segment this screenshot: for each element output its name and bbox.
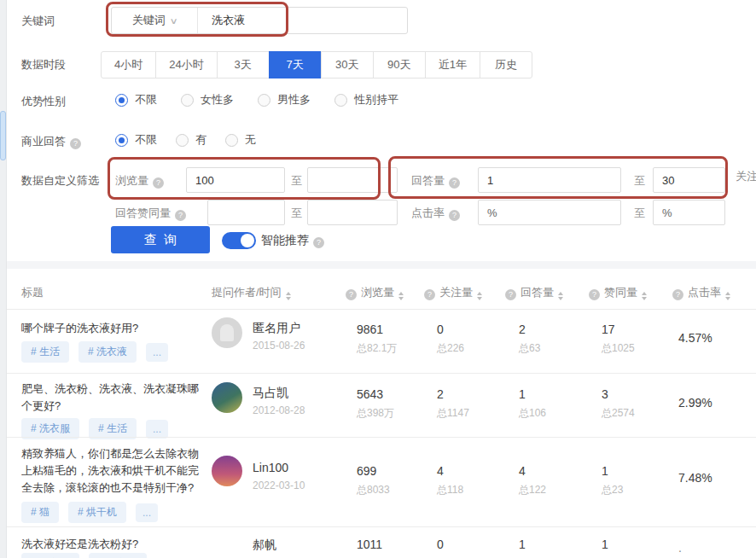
topic-tag[interactable]: # 猫 xyxy=(21,502,59,523)
answers-total: 总63 xyxy=(519,341,540,356)
info-icon[interactable]: ? xyxy=(672,289,683,300)
answers-to-label: 至 xyxy=(634,173,645,189)
views-total: 总8033 xyxy=(357,483,390,497)
smart-recommend-toggle[interactable] xyxy=(222,232,256,249)
ctr-from-input[interactable] xyxy=(478,200,621,225)
keyword-type-select[interactable]: 关键词 ∨ xyxy=(112,8,198,33)
info-icon[interactable]: ? xyxy=(589,289,600,300)
query-button[interactable]: 查询 xyxy=(111,226,210,253)
follows-filter-cut-label: 关注 xyxy=(736,169,756,184)
avatar[interactable] xyxy=(212,317,242,348)
col-views-header[interactable]: ?浏览量 xyxy=(346,285,404,300)
radio-dot-icon xyxy=(258,94,270,107)
answer-likes-to-input[interactable] xyxy=(307,200,398,225)
answers-value: 1 xyxy=(519,538,526,551)
answer-likes-to-label: 至 xyxy=(291,206,302,221)
sort-icon[interactable] xyxy=(398,292,404,300)
avatar[interactable] xyxy=(212,456,242,486)
ctr-value: 7.48% xyxy=(678,471,712,485)
col-author-header[interactable]: 提问作者/时间 xyxy=(212,285,291,300)
period-30d-button[interactable]: 30天 xyxy=(321,51,374,78)
question-date: 2012-08-28 xyxy=(253,404,305,416)
radio-label: 不限 xyxy=(135,92,157,108)
radio-label: 不限 xyxy=(135,132,157,148)
keyword-input[interactable] xyxy=(198,14,407,28)
gender-radio-unlimited[interactable]: 不限 xyxy=(115,92,157,108)
more-tags-icon[interactable]: ... xyxy=(146,420,168,439)
answers-filter-label: 回答量? xyxy=(411,173,460,189)
sort-icon[interactable] xyxy=(286,292,291,300)
radio-dot-icon xyxy=(334,94,347,107)
info-icon[interactable]: ? xyxy=(424,289,435,300)
info-icon[interactable]: ? xyxy=(313,237,324,248)
tag-list: # 猫 # 烘干机 ... xyxy=(21,502,167,523)
col-answers-header[interactable]: ?回答量 xyxy=(505,285,563,300)
topic-tag[interactable]: # 生活 xyxy=(21,341,69,363)
views-value: 699 xyxy=(357,464,376,478)
ctr-to-input[interactable] xyxy=(653,200,725,225)
col-answers-text: 回答量 xyxy=(520,286,554,299)
col-ctr-header[interactable]: ?点击率 xyxy=(672,285,730,300)
info-icon[interactable]: ? xyxy=(346,289,357,300)
question-title[interactable]: 肥皂、洗衣粉、洗衣液、洗衣凝珠哪个更好? xyxy=(21,381,204,415)
question-title[interactable]: 精致养猫人，你们都是怎么去除衣物上粘猫毛的，洗衣液和烘干机不能完全去除，滚轮滚的… xyxy=(21,445,204,497)
period-7d-button[interactable]: 7天 xyxy=(269,51,322,78)
col-title-header: 标题 xyxy=(21,285,44,300)
period-24h-button[interactable]: 24小时 xyxy=(155,51,217,78)
topic-tag[interactable]: # 洗衣粉 xyxy=(89,553,147,558)
answers-from-input[interactable] xyxy=(478,167,621,193)
more-tags-icon[interactable]: ... xyxy=(146,343,168,362)
likes-total: 总23 xyxy=(602,483,623,497)
commercial-radio-yes[interactable]: 有 xyxy=(176,132,206,148)
info-icon[interactable]: ? xyxy=(449,210,460,221)
sort-icon[interactable] xyxy=(477,292,482,300)
answer-likes-from-input[interactable] xyxy=(207,200,285,225)
views-to-input[interactable] xyxy=(307,167,398,193)
author-name[interactable]: 郝帆 xyxy=(253,538,276,553)
author-name[interactable]: 匿名用户 xyxy=(253,321,300,336)
info-icon[interactable]: ? xyxy=(70,138,81,149)
gender-radio-male[interactable]: 男性多 xyxy=(258,92,311,108)
author-name[interactable]: Lin100 xyxy=(253,461,288,474)
sort-icon[interactable] xyxy=(642,292,647,300)
avatar[interactable] xyxy=(212,382,242,413)
sort-icon[interactable] xyxy=(558,292,563,300)
period-4h-button[interactable]: 4小时 xyxy=(101,51,156,78)
keyword-select-value: 关键词 xyxy=(132,13,166,28)
radio-dot-icon xyxy=(176,134,189,147)
col-likes-header[interactable]: ?赞同量 xyxy=(589,285,647,300)
period-3d-button[interactable]: 3天 xyxy=(217,51,270,78)
custom-filter-label: 数据自定义筛选 xyxy=(21,173,99,189)
period-90d-button[interactable]: 90天 xyxy=(373,51,426,78)
answer-likes-filter-label: 回答赞同量? xyxy=(115,206,186,221)
info-icon[interactable]: ? xyxy=(153,177,164,189)
question-title[interactable]: 洗衣液好还是洗衣粉好? xyxy=(21,536,204,553)
radio-label: 无 xyxy=(245,132,256,148)
views-from-input[interactable] xyxy=(186,167,285,193)
sort-icon[interactable] xyxy=(725,292,730,300)
gender-radio-equal[interactable]: 性别持平 xyxy=(334,92,398,108)
period-1y-button[interactable]: 近1年 xyxy=(425,51,480,78)
info-icon[interactable]: ? xyxy=(175,210,186,221)
commercial-radio-no[interactable]: 无 xyxy=(225,132,256,148)
gender-radio-female[interactable]: 女性多 xyxy=(181,92,234,108)
col-follows-header[interactable]: ?关注量 xyxy=(424,285,482,300)
info-icon[interactable]: ? xyxy=(505,289,516,300)
left-scrollbar[interactable] xyxy=(0,0,7,558)
answers-to-input[interactable] xyxy=(653,167,725,193)
author-name[interactable]: 马占凯 xyxy=(253,386,288,401)
question-title[interactable]: 哪个牌子的洗衣液好用? xyxy=(21,320,204,337)
follows-total: 总1147 xyxy=(437,406,469,421)
topic-tag[interactable]: # 烘干机 xyxy=(68,502,126,523)
ctr-to-label: 至 xyxy=(634,206,645,221)
topic-tag[interactable]: # 洗衣液 xyxy=(79,341,137,363)
commercial-radio-unlimited[interactable]: 不限 xyxy=(115,132,157,148)
gender-label: 优势性别 xyxy=(21,94,66,109)
smart-recommend-text: 智能推荐 xyxy=(261,233,309,247)
period-history-button[interactable]: 历史 xyxy=(480,51,532,78)
views-total: 总82.1万 xyxy=(357,341,397,356)
tag-list: # 生活 # 洗衣液 ... xyxy=(21,341,177,363)
topic-tag[interactable]: # 洗衣液 xyxy=(21,553,79,558)
info-icon[interactable]: ? xyxy=(449,177,460,189)
more-tags-icon[interactable]: ... xyxy=(136,503,158,522)
